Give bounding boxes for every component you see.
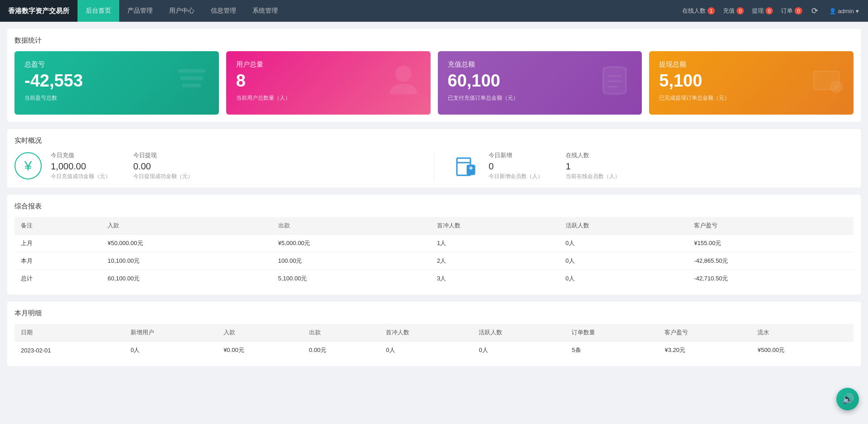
detail-col-income: 入款	[217, 324, 302, 342]
recharge-label: 充值	[723, 7, 735, 15]
online-badge: 1	[708, 7, 715, 14]
report-income-2: 60,100.00元	[101, 270, 272, 288]
detail-profit-0: ¥3.20元	[658, 342, 751, 359]
withdraw-icon	[808, 63, 844, 104]
detail-date-0: 2023-02-01	[15, 342, 124, 359]
detail-flow-0: ¥500.00元	[751, 342, 853, 359]
stats-section: 数据统计 总盈亏 -42,553 当前盈亏总数 用户	[7, 29, 861, 122]
svg-rect-0	[178, 69, 205, 73]
report-outcome-0: ¥5,000.00元	[272, 235, 431, 252]
today-recharge-label: 今日充值	[51, 151, 111, 159]
detail-row: 2023-02-01 0人 ¥0.00元 0.00元 0人 0人 5条 ¥3.2…	[15, 342, 853, 359]
members-icon	[452, 152, 480, 179]
withdraw-label: 提现	[752, 7, 764, 15]
report-table: 备注 入款 出款 首冲人数 活跃人数 客户盈亏 上月 ¥50,000.00元 ¥…	[15, 217, 853, 287]
realtime-right: 今日新增 0 今日新增会员数（人） 在线人数 1 当前在线会员数（人）	[452, 151, 853, 180]
report-note-1: 本月	[15, 252, 101, 270]
withdraw-item[interactable]: 提现 0	[749, 7, 776, 15]
today-recharge-sub: 今日充值成功金额（元）	[51, 173, 111, 180]
yen-icon: ¥	[15, 152, 42, 179]
stats-grid: 总盈亏 -42,553 当前盈亏总数 用户总量 8 当前用户总数量（人）	[15, 51, 853, 115]
detail-header-row: 日期 新增用户 入款 出款 首冲人数 活跃人数 订单数量 客户盈亏 流水	[15, 324, 853, 342]
refresh-button[interactable]: ⟳	[808, 6, 822, 16]
report-body: 上月 ¥50,000.00元 ¥5,000.00元 1人 0人 ¥155.00元…	[15, 235, 853, 288]
detail-col-new-users: 新增用户	[124, 324, 217, 342]
detail-outcome-0: 0.00元	[303, 342, 380, 359]
nav-item-home[interactable]: 后台首页	[78, 0, 119, 22]
recharge-icon	[596, 63, 633, 104]
detail-active-0: 0人	[472, 342, 565, 359]
col-outcome: 出款	[272, 217, 431, 235]
admin-menu[interactable]: 👤 admin ▾	[824, 8, 863, 14]
report-row: 总计 60,100.00元 5,100.00元 3人 0人 -42,710.50…	[15, 270, 853, 288]
profit-icon	[174, 65, 210, 101]
stat-card-users: 用户总量 8 当前用户总数量（人）	[226, 51, 431, 115]
realtime-members-group: 今日新增 0 今日新增会员数（人） 在线人数 1 当前在线会员数（人）	[489, 151, 620, 180]
report-outcome-2: 5,100.00元	[272, 270, 431, 288]
nav-item-system[interactable]: 系统管理	[244, 0, 286, 22]
detail-body: 2023-02-01 0人 ¥0.00元 0.00元 0人 0人 5条 ¥3.2…	[15, 342, 853, 359]
logo: 香港数字资产交易所	[0, 0, 78, 22]
report-section: 综合报表 备注 入款 出款 首冲人数 活跃人数 客户盈亏 上月 ¥50,000.…	[7, 195, 861, 294]
svg-point-3	[395, 66, 412, 82]
report-first-1: 2人	[431, 252, 559, 270]
report-profit-1: -42,865.50元	[688, 252, 853, 270]
report-outcome-1: 100.00元	[272, 252, 431, 270]
realtime-finance-group: 今日充值 1,000.00 今日充值成功金额（元） 今日提现 0.00 今日提现…	[51, 151, 193, 180]
recharge-badge: 0	[737, 7, 744, 14]
stat-card-withdraw: 提现总额 5,100 已完成提现订单总金额（元）	[649, 51, 853, 115]
detail-title: 本月明细	[15, 309, 853, 318]
online-users-value: 1	[566, 161, 620, 172]
detail-col-active: 活跃人数	[472, 324, 565, 342]
report-income-0: ¥50,000.00元	[101, 235, 272, 252]
detail-col-orders: 订单数量	[565, 324, 658, 342]
col-note: 备注	[15, 217, 101, 235]
online-users-sub: 当前在线会员数（人）	[566, 173, 620, 180]
report-income-1: 10,100.00元	[101, 252, 272, 270]
order-item[interactable]: 订单 0	[778, 7, 805, 15]
today-new-label: 今日新增	[489, 151, 543, 159]
report-note-2: 总计	[15, 270, 101, 288]
report-profit-2: -42,710.50元	[688, 270, 853, 288]
realtime-section: 实时概况 ¥ 今日充值 1,000.00 今日充值成功金额（元） 今日提现 0.…	[7, 129, 861, 188]
detail-col-date: 日期	[15, 324, 124, 342]
col-first-charge: 首冲人数	[431, 217, 559, 235]
col-profit: 客户盈亏	[688, 217, 853, 235]
detail-col-outcome: 出款	[303, 324, 380, 342]
svg-rect-1	[180, 77, 203, 80]
recharge-item[interactable]: 充值 0	[720, 7, 747, 15]
order-badge: 0	[795, 7, 802, 14]
report-header-row: 备注 入款 出款 首冲人数 活跃人数 客户盈亏	[15, 217, 853, 235]
today-withdraw-label: 今日提现	[133, 151, 193, 159]
users-icon	[385, 63, 422, 104]
detail-col-flow: 流水	[751, 324, 853, 342]
detail-income-0: ¥0.00元	[217, 342, 302, 359]
col-income: 入款	[101, 217, 272, 235]
main-content: 数据统计 总盈亏 -42,553 当前盈亏总数 用户	[0, 22, 868, 373]
detail-table: 日期 新增用户 入款 出款 首冲人数 活跃人数 订单数量 客户盈亏 流水 202…	[15, 324, 853, 359]
today-new-sub: 今日新增会员数（人）	[489, 173, 543, 180]
report-title: 综合报表	[15, 202, 853, 211]
stats-title: 数据统计	[15, 36, 853, 45]
report-note-0: 上月	[15, 235, 101, 252]
nav-item-info[interactable]: 信息管理	[203, 0, 244, 22]
today-withdraw-item: 今日提现 0.00 今日提现成功金额（元）	[133, 151, 193, 180]
detail-col-first: 首冲人数	[379, 324, 472, 342]
report-active-2: 0人	[559, 270, 688, 288]
online-label: 在线人数	[682, 7, 706, 15]
detail-new-0: 0人	[124, 342, 217, 359]
today-new-item: 今日新增 0 今日新增会员数（人）	[489, 151, 543, 180]
nav-item-products[interactable]: 产品管理	[119, 0, 161, 22]
report-active-0: 0人	[559, 235, 688, 252]
report-first-2: 3人	[431, 270, 559, 288]
online-count-item[interactable]: 在线人数 1	[679, 7, 718, 15]
nav-menu: 后台首页 产品管理 用户中心 信息管理 系统管理	[78, 0, 675, 22]
withdraw-badge: 0	[766, 7, 773, 14]
detail-first-0: 0人	[379, 342, 472, 359]
online-users-item: 在线人数 1 当前在线会员数（人）	[566, 151, 620, 180]
stat-card-recharge: 充值总额 60,100 已支付充值订单总金额（元）	[438, 51, 642, 115]
admin-label: admin	[838, 8, 854, 14]
svg-rect-2	[183, 84, 201, 87]
today-recharge-item: 今日充值 1,000.00 今日充值成功金额（元）	[51, 151, 111, 180]
nav-item-users[interactable]: 用户中心	[161, 0, 203, 22]
